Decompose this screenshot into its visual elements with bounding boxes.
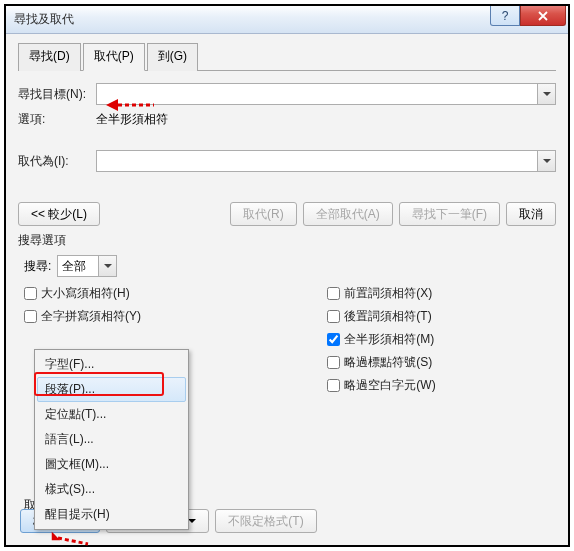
tab-goto-label: 到(G) (158, 49, 187, 63)
checkbox-icon[interactable] (24, 287, 37, 300)
options-value: 全半形須相符 (96, 111, 168, 128)
cancel-button[interactable]: 取消 (506, 202, 556, 226)
checkbox-icon[interactable] (327, 310, 340, 323)
whole-word-check[interactable]: 全字拼寫須相符(Y) (24, 308, 187, 325)
ignore-punct-check[interactable]: 略過標點符號(S) (327, 354, 435, 371)
checkbox-icon[interactable] (24, 310, 37, 323)
replace-label: 取代為(I): (18, 153, 96, 170)
checkbox-icon[interactable] (327, 333, 340, 346)
options-label: 選項: (18, 111, 96, 128)
find-row: 尋找目標(N): (18, 83, 556, 105)
menu-highlight[interactable]: 醒目提示(H) (37, 502, 186, 527)
no-format-button[interactable]: 不限定格式(T) (215, 509, 316, 533)
menu-language-label: 語言(L)... (45, 432, 94, 446)
menu-paragraph[interactable]: 段落(P)... (37, 377, 186, 402)
full-half-width-label: 全半形須相符(M) (344, 331, 434, 348)
suffix-match-check[interactable]: 後置詞須相符(T) (327, 308, 435, 325)
menu-language[interactable]: 語言(L)... (37, 427, 186, 452)
checkbox-icon[interactable] (327, 379, 340, 392)
checkbox-icon[interactable] (327, 356, 340, 369)
no-format-button-label: 不限定格式(T) (228, 513, 303, 530)
menu-font-label: 字型(F)... (45, 357, 94, 371)
tab-goto[interactable]: 到(G) (147, 43, 198, 71)
cancel-button-label: 取消 (519, 206, 543, 223)
less-button-label: << 較少(L) (31, 206, 87, 223)
menu-paragraph-label: 段落(P)... (45, 382, 95, 396)
full-half-width-check[interactable]: 全半形須相符(M) (327, 331, 435, 348)
menu-style-label: 樣式(S)... (45, 482, 95, 496)
help-button[interactable]: ? (490, 6, 520, 26)
tab-replace-label: 取代(P) (94, 49, 134, 63)
chevron-down-icon[interactable] (98, 256, 116, 276)
menu-frame-label: 圖文框(M)... (45, 457, 109, 471)
window-controls: ? (490, 6, 566, 26)
tab-replace[interactable]: 取代(P) (83, 43, 145, 71)
less-button[interactable]: << 較少(L) (18, 202, 100, 226)
whole-word-label: 全字拼寫須相符(Y) (41, 308, 141, 325)
search-direction-value: 全部 (62, 258, 86, 275)
chevron-down-icon[interactable] (537, 151, 555, 171)
prefix-match-label: 前置詞須相符(X) (344, 285, 432, 302)
format-dropdown-menu: 字型(F)... 段落(P)... 定位點(T)... 語言(L)... 圖文框… (34, 349, 189, 530)
dialog-window: 尋找及取代 ? 尋找(D) 取代(P) 到(G) 尋找目標(N): (4, 4, 570, 547)
tab-find-label: 尋找(D) (29, 49, 70, 63)
checkbox-icon[interactable] (327, 287, 340, 300)
ignore-whitespace-label: 略過空白字元(W) (344, 377, 435, 394)
tab-strip: 尋找(D) 取代(P) 到(G) (18, 42, 556, 71)
menu-frame[interactable]: 圖文框(M)... (37, 452, 186, 477)
find-label: 尋找目標(N): (18, 86, 96, 103)
titlebar: 尋找及取代 ? (6, 6, 568, 34)
menu-font[interactable]: 字型(F)... (37, 352, 186, 377)
match-case-check[interactable]: 大小寫須相符(H) (24, 285, 187, 302)
menu-highlight-label: 醒目提示(H) (45, 507, 110, 521)
menu-tabs[interactable]: 定位點(T)... (37, 402, 186, 427)
match-case-label: 大小寫須相符(H) (41, 285, 130, 302)
replace-button[interactable]: 取代(R) (230, 202, 297, 226)
right-checks: 前置詞須相符(X) 後置詞須相符(T) 全半形須相符(M) 略過標點符號(S) … (327, 285, 435, 417)
chevron-down-icon[interactable] (537, 84, 555, 104)
search-direction-select[interactable]: 全部 (57, 255, 117, 277)
ignore-punct-label: 略過標點符號(S) (344, 354, 432, 371)
ignore-whitespace-check[interactable]: 略過空白字元(W) (327, 377, 435, 394)
search-direction-row: 搜尋: 全部 (24, 255, 556, 277)
replace-row: 取代為(I): (18, 150, 556, 172)
dialog-body: 尋找(D) 取代(P) 到(G) 尋找目標(N): 選項: 全半形須相符 取代為… (6, 34, 568, 545)
menu-tabs-label: 定位點(T)... (45, 407, 106, 421)
find-input[interactable] (96, 83, 556, 105)
close-button[interactable] (520, 6, 566, 26)
help-icon: ? (502, 9, 509, 23)
find-next-button[interactable]: 尋找下一筆(F) (399, 202, 500, 226)
find-next-button-label: 尋找下一筆(F) (412, 206, 487, 223)
close-icon (538, 11, 548, 21)
suffix-match-label: 後置詞須相符(T) (344, 308, 431, 325)
search-direction-label: 搜尋: (24, 258, 51, 275)
menu-style[interactable]: 樣式(S)... (37, 477, 186, 502)
search-options-title: 搜尋選項 (18, 232, 556, 249)
action-buttons: << 較少(L) 取代(R) 全部取代(A) 尋找下一筆(F) 取消 (18, 202, 556, 226)
replace-all-button-label: 全部取代(A) (316, 206, 380, 223)
replace-all-button[interactable]: 全部取代(A) (303, 202, 393, 226)
replace-button-label: 取代(R) (243, 206, 284, 223)
replace-input[interactable] (96, 150, 556, 172)
prefix-match-check[interactable]: 前置詞須相符(X) (327, 285, 435, 302)
tab-find[interactable]: 尋找(D) (18, 43, 81, 71)
window-title: 尋找及取代 (6, 11, 74, 28)
options-row: 選項: 全半形須相符 (18, 111, 556, 128)
